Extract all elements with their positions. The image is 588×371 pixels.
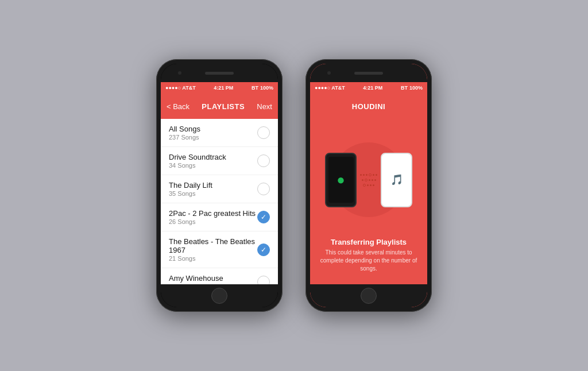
camera-left (178, 71, 181, 75)
next-button[interactable]: Next (257, 102, 272, 111)
playlist-info: The Beatles - The Beatles 196721 Songs (169, 237, 257, 262)
playlist-name: All Songs (169, 125, 257, 133)
spotify-icon: ● (336, 172, 345, 188)
top-bezel-right (310, 64, 427, 82)
playlist-item[interactable]: 2Pac - 2 Pac greatest Hits26 Songs✓ (161, 203, 278, 231)
playlist-count: 237 Songs (169, 134, 257, 141)
playlist-info: All Songs237 Songs (169, 125, 257, 141)
playlist-count: 34 Songs (169, 162, 257, 169)
check-circle[interactable] (257, 154, 270, 167)
check-circle[interactable] (257, 183, 270, 195)
bottom-bezel-left (161, 284, 278, 307)
arrow-line-1 (360, 173, 377, 176)
bottom-bezel-right (310, 284, 427, 307)
houdini-title-nav: HOUDINI (352, 102, 385, 111)
apple-music-icon: 🎵 (390, 173, 403, 186)
playlist-info: 2Pac - 2 Pac greatest Hits26 Songs (169, 209, 257, 225)
apple-music-screen: 🎵 (384, 157, 409, 203)
carrier-left: ●●●●○ AT&T (165, 85, 196, 91)
battery-right: BT 100% (401, 85, 423, 91)
check-circle[interactable] (257, 276, 270, 284)
circle3 (363, 184, 366, 187)
camera-right (327, 71, 331, 75)
playlist-info: Amy Winehouse44 Songs (169, 274, 257, 284)
houdini-nav: HOUDINI (310, 94, 427, 119)
dot5 (376, 174, 377, 176)
time-right: 4:21 PM (363, 85, 382, 91)
dot1 (360, 174, 362, 176)
playlist-item[interactable]: The Beatles - The Beatles 196721 Songs✓ (161, 231, 278, 268)
playlist-info: The Daily Lift35 Songs (169, 181, 257, 197)
dot2 (363, 174, 365, 176)
phones-graphic: ● (319, 125, 419, 235)
dot8 (372, 179, 373, 181)
back-button[interactable]: < Back (167, 102, 189, 111)
dot7 (369, 179, 370, 181)
arrow-line-2 (362, 179, 376, 181)
playlist-info: Drive Soundtrack34 Songs (169, 153, 257, 169)
right-phone: ●●●●○ AT&T 4:21 PM BT 100% HOUDINI ● (305, 59, 432, 312)
speaker-right (354, 72, 383, 75)
dot12 (373, 184, 374, 186)
playlist-item[interactable]: Drive Soundtrack34 Songs (161, 147, 278, 175)
dot10 (367, 184, 369, 186)
nav-title-left: PLAYLISTS (202, 102, 245, 111)
battery-left: BT 100% (252, 85, 273, 91)
check-circle[interactable] (257, 126, 270, 139)
scene: ●●●●○ AT&T 4:21 PM BT 100% < Back PLAYLI… (156, 59, 432, 312)
playlist-name: Drive Soundtrack (169, 153, 257, 161)
nav-bar-left[interactable]: < Back PLAYLISTS Next (161, 94, 278, 119)
playlist-count: 26 Songs (169, 218, 257, 225)
playlist-name: Amy Winehouse (169, 274, 257, 283)
home-button-right[interactable] (361, 288, 377, 304)
check-circle[interactable]: ✓ (257, 211, 270, 223)
status-bar-right: ●●●●○ AT&T 4:21 PM BT 100% (310, 82, 427, 94)
arrow-line-3 (363, 184, 374, 187)
spotify-screen: ● (328, 157, 354, 203)
circle1 (369, 173, 372, 176)
houdini-text-block: Transferring Playlists This could take s… (319, 235, 419, 276)
playlist-name: The Daily Lift (169, 181, 257, 190)
playlist-count: 21 Songs (169, 255, 257, 262)
playlist-name: The Beatles - The Beatles 1967 (169, 237, 257, 254)
playlist-count: 35 Songs (169, 190, 257, 197)
check-circle[interactable]: ✓ (257, 244, 270, 256)
mini-phone-apple-music: 🎵 (381, 153, 412, 207)
playlist-item[interactable]: All Songs237 Songs (161, 119, 278, 147)
mini-phone-spotify: ● (325, 153, 357, 207)
top-bezel-left (161, 64, 278, 82)
time-left: 4:21 PM (214, 85, 233, 91)
home-button-left[interactable] (211, 288, 227, 304)
circle2 (365, 179, 368, 181)
transfer-subtitle: This could take several minutes to compl… (319, 249, 419, 273)
playlist-list: All Songs237 SongsDrive Soundtrack34 Son… (161, 119, 278, 284)
carrier-right: ●●●●○ AT&T (315, 85, 345, 91)
speaker-left (205, 72, 234, 75)
houdini-body: ● (310, 119, 427, 284)
dot11 (370, 184, 372, 186)
phones-row: ● (325, 153, 412, 207)
transfer-arrows (360, 173, 377, 187)
playlist-name: 2Pac - 2 Pac greatest Hits (169, 209, 257, 218)
transfer-title: Transferring Playlists (319, 238, 419, 246)
dot6 (362, 179, 363, 181)
status-bar-left: ●●●●○ AT&T 4:21 PM BT 100% (161, 82, 278, 94)
playlist-item[interactable]: Amy Winehouse44 Songs (161, 268, 278, 284)
dot4 (373, 174, 374, 176)
dot3 (366, 174, 368, 176)
playlist-item[interactable]: The Daily Lift35 Songs (161, 175, 278, 203)
dot9 (374, 179, 376, 181)
left-phone: ●●●●○ AT&T 4:21 PM BT 100% < Back PLAYLI… (156, 59, 283, 312)
